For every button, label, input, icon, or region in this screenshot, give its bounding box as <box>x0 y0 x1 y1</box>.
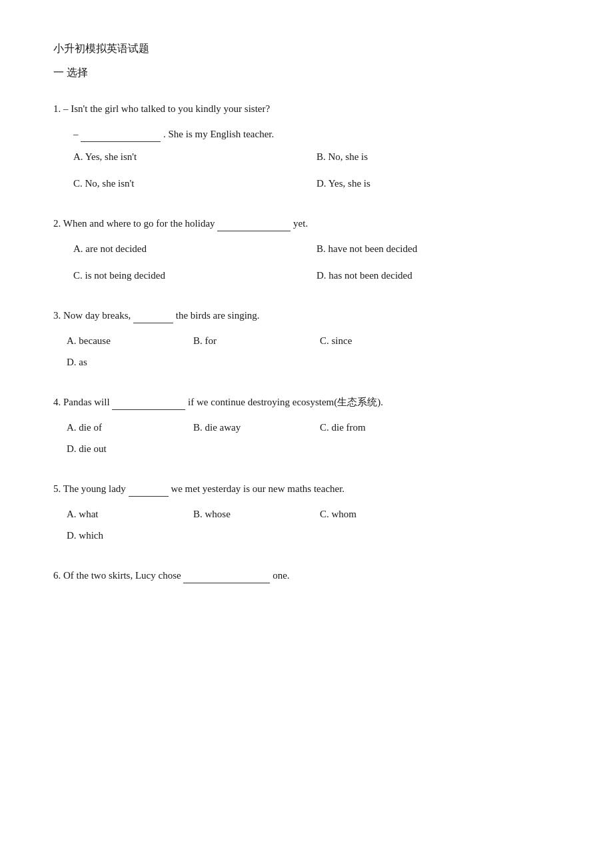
question-2-options: A. are not decided B. have not been deci… <box>73 241 560 289</box>
question-2: 2. When and where to go for the holiday … <box>53 215 560 289</box>
question-3-text: 3. Now day breaks, the birds are singing… <box>53 307 560 323</box>
option-4b: B. die away <box>193 419 300 435</box>
option-2a: A. are not decided <box>73 241 297 257</box>
option-3d: D. as <box>67 354 173 370</box>
option-3b: B. for <box>193 333 300 349</box>
question-5: 5. The young lady we met yesterday is ou… <box>53 481 560 549</box>
option-1c: C. No, she isn't <box>73 175 297 191</box>
question-5-options: A. what B. whose C. whom D. which <box>67 506 560 549</box>
option-4d: D. die out <box>67 441 173 457</box>
question-3: 3. Now day breaks, the birds are singing… <box>53 307 560 375</box>
option-2d: D. has not been decided <box>316 267 540 283</box>
option-1d: D. Yes, she is <box>316 175 540 191</box>
question-6-text: 6. Of the two skirts, Lucy chose one. <box>53 567 560 583</box>
page-title: 小升初模拟英语试题 <box>53 40 560 57</box>
option-5b: B. whose <box>193 506 300 522</box>
option-3c: C. since <box>320 333 426 349</box>
question-2-text: 2. When and where to go for the holiday … <box>53 215 560 231</box>
question-1: 1. – Isn't the girl who talked to you ki… <box>53 101 560 197</box>
question-1-options: A. Yes, she isn't B. No, she is C. No, s… <box>73 149 560 197</box>
question-4-options: A. die of B. die away C. die from D. die… <box>67 419 560 462</box>
question-6: 6. Of the two skirts, Lucy chose one. <box>53 567 560 583</box>
option-1b: B. No, she is <box>316 149 540 165</box>
option-4a: A. die of <box>67 419 173 435</box>
option-4c: C. die from <box>320 419 426 435</box>
question-1-text: 1. – Isn't the girl who talked to you ki… <box>53 101 560 117</box>
question-4: 4. Pandas will if we continue destroying… <box>53 394 560 462</box>
option-5c: C. whom <box>320 506 426 522</box>
option-1a: A. Yes, she isn't <box>73 149 297 165</box>
option-3a: A. because <box>67 333 173 349</box>
section-title: 一 选择 <box>53 64 560 81</box>
option-5d: D. which <box>67 527 173 543</box>
question-4-text: 4. Pandas will if we continue destroying… <box>53 394 560 410</box>
option-5a: A. what <box>67 506 173 522</box>
option-2c: C. is not being decided <box>73 267 297 283</box>
option-2b: B. have not been decided <box>316 241 540 257</box>
question-3-options: A. because B. for C. since D. as <box>67 333 560 375</box>
question-1-subtext: – . She is my English teacher. <box>73 126 560 142</box>
question-5-text: 5. The young lady we met yesterday is ou… <box>53 481 560 497</box>
